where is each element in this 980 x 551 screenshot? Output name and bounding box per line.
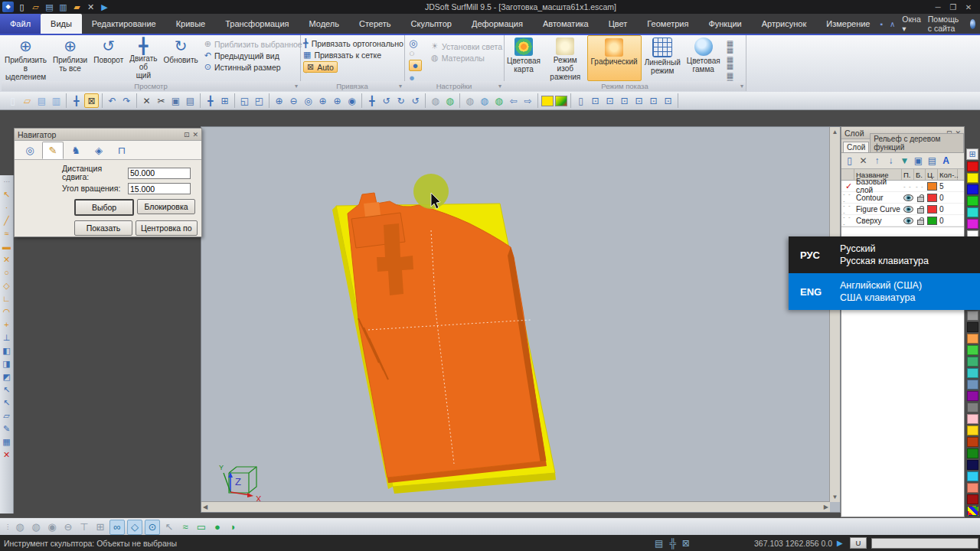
open-file-icon[interactable]: ▱	[21, 94, 34, 107]
palette-color[interactable]	[967, 357, 978, 367]
shell-icon[interactable]: ◗	[227, 520, 240, 534]
delete-red-icon[interactable]: ✕	[3, 450, 10, 460]
filter-icon[interactable]: ▼	[899, 155, 910, 166]
palette-color[interactable]	[967, 219, 978, 229]
surface-3-icon[interactable]: ◩	[2, 372, 10, 382]
snap-ortho-button[interactable]: ╋Привязать ортогонально	[303, 38, 403, 48]
pan-icon[interactable]: ╋	[70, 94, 83, 107]
menu-tab-0[interactable]: Файл	[0, 14, 41, 34]
language-option-english[interactable]: ENG Английский (США) США клавиатура	[789, 273, 980, 310]
node-icon[interactable]: +	[4, 320, 8, 330]
rotate-y-icon[interactable]: ↻	[394, 94, 407, 107]
curve-icon[interactable]: ≈	[178, 520, 192, 534]
layer-name[interactable]: Сверху	[854, 217, 902, 225]
menu-tab-3[interactable]: Кривые	[166, 14, 216, 34]
true-size-button[interactable]: ⊙Истинный размер	[204, 62, 302, 72]
save-icon[interactable]: ▤	[35, 94, 48, 107]
rotate-x-icon[interactable]: ↺	[380, 94, 393, 107]
rotate-button[interactable]: ↺Поворот	[90, 35, 126, 81]
restore-button[interactable]: ❒	[946, 3, 960, 11]
palette-color[interactable]	[967, 483, 978, 493]
copy-icon[interactable]: ▣	[169, 94, 182, 107]
palette-color[interactable]	[967, 403, 978, 412]
undo-icon[interactable]: ↶	[106, 94, 119, 107]
navigator-tab-cube-icon[interactable]: ◈	[88, 142, 109, 159]
column-header[interactable]	[841, 169, 854, 180]
no-snap-icon[interactable]: ⊠	[84, 93, 99, 108]
menu-tab-9[interactable]: Автоматика	[533, 14, 599, 34]
layer-color-swatch[interactable]	[927, 205, 937, 214]
palette-color[interactable]	[967, 460, 978, 470]
palette-more-colors[interactable]	[967, 506, 978, 516]
pin-icon[interactable]: ⊤	[77, 520, 91, 534]
view-mode-target-icon[interactable]: ◎ ○	[409, 38, 426, 58]
surface-1-icon[interactable]: ◧	[2, 346, 10, 356]
color-map-button[interactable]: Цветовая карта	[504, 35, 544, 81]
rings-icon[interactable]: ⊙	[145, 520, 160, 535]
new-file-icon[interactable]: ▯	[6, 94, 19, 107]
move-icon[interactable]: ╋	[204, 94, 217, 107]
scroll-down-icon[interactable]: ▼	[832, 494, 838, 500]
save-icon[interactable]: ▤	[44, 2, 55, 12]
layer-row[interactable]: ✓Базовый слой- -- -5	[841, 181, 964, 192]
units-button[interactable]: U	[850, 537, 867, 549]
new-file-icon[interactable]: ▯	[16, 2, 28, 12]
palette-color[interactable]	[967, 380, 978, 390]
group-caret-icon[interactable]: ▾	[498, 83, 501, 90]
zoom-selected-button[interactable]: ⊕Приблизить выбранное	[204, 39, 302, 49]
region-icon[interactable]: ▦	[2, 437, 10, 447]
palette-color[interactable]	[967, 425, 978, 435]
plane-icon[interactable]: ▱	[3, 411, 9, 421]
group-caret-icon[interactable]: ▾	[295, 83, 298, 90]
snap-auto-button[interactable]: ⊠Auto	[303, 61, 338, 73]
delete-icon[interactable]: ✕	[140, 94, 153, 107]
layer-row[interactable]: - - -Contour0	[841, 192, 964, 204]
show-button[interactable]: Показать	[74, 220, 132, 236]
material-3-icon[interactable]: ◍	[492, 94, 505, 107]
arrow-icon[interactable]: ↖	[162, 520, 176, 534]
zoom-all-button[interactable]: ⊕Приблизи ть все	[50, 35, 90, 81]
palette-color[interactable]	[967, 311, 978, 321]
palette-color[interactable]	[967, 437, 978, 447]
folder-icon[interactable]: ▰	[71, 2, 83, 12]
new-layer-icon[interactable]: ▯	[844, 155, 855, 166]
prev-view-icon[interactable]: ⇦	[507, 94, 520, 107]
menu-tab-13[interactable]: Артрисунок	[752, 14, 817, 34]
menu-tab-11[interactable]: Геометрия	[637, 14, 698, 34]
pin-icon[interactable]: ⊡	[184, 131, 190, 139]
group-caret-icon[interactable]: ▾	[740, 83, 743, 90]
zoom-dynamic-icon[interactable]: ◎	[302, 94, 315, 107]
rotate-z-icon[interactable]: ↺	[409, 94, 422, 107]
visibility-eye-icon[interactable]	[903, 217, 913, 224]
sphere-icon[interactable]: ◉	[45, 520, 59, 534]
view-right-icon[interactable]: ⊡	[647, 94, 660, 107]
windows-menu[interactable]: Окна ▾	[902, 15, 920, 33]
play-icon[interactable]: ▶	[837, 539, 843, 547]
palette-color[interactable]	[967, 448, 978, 458]
panel-icon[interactable]: ▪	[880, 20, 883, 28]
next-view-icon[interactable]: ⇨	[521, 94, 534, 107]
surface-2-icon[interactable]: ◨	[2, 359, 10, 369]
clip-plane-icon[interactable]: ▯	[574, 94, 587, 107]
pan-view-icon[interactable]: ╋	[365, 94, 378, 107]
window-in-icon[interactable]: ◱	[238, 94, 251, 107]
ellipse-icon[interactable]: ●	[211, 520, 224, 534]
save-as-icon[interactable]: ▥	[50, 94, 63, 107]
layer-color-swatch[interactable]	[927, 194, 937, 202]
palette-color[interactable]	[967, 391, 978, 401]
layer-name[interactable]: Базовый слой	[854, 178, 902, 194]
strip-grip-icon[interactable]: ⋯	[4, 177, 10, 187]
menu-tab-12[interactable]: Функции	[698, 14, 751, 34]
palette-color[interactable]	[967, 161, 978, 171]
view-cube-icon[interactable]: ⊞	[218, 94, 231, 107]
navigator-tab-target-icon[interactable]: ◎	[19, 142, 41, 159]
menu-tab-14[interactable]: Измерение	[816, 14, 880, 34]
column-header[interactable]: Кол-..	[938, 169, 958, 180]
frame-icon[interactable]: ▭	[194, 520, 208, 534]
palette-color[interactable]	[967, 368, 978, 378]
zoom-select-icon[interactable]: ⊕	[316, 94, 329, 107]
graphic-mode-button[interactable]: Графический	[587, 35, 642, 81]
smooth-1-icon[interactable]: ◍	[13, 520, 27, 534]
layer-name[interactable]: Figure Curve	[854, 205, 902, 214]
erase-icon[interactable]: ✕	[3, 255, 10, 265]
